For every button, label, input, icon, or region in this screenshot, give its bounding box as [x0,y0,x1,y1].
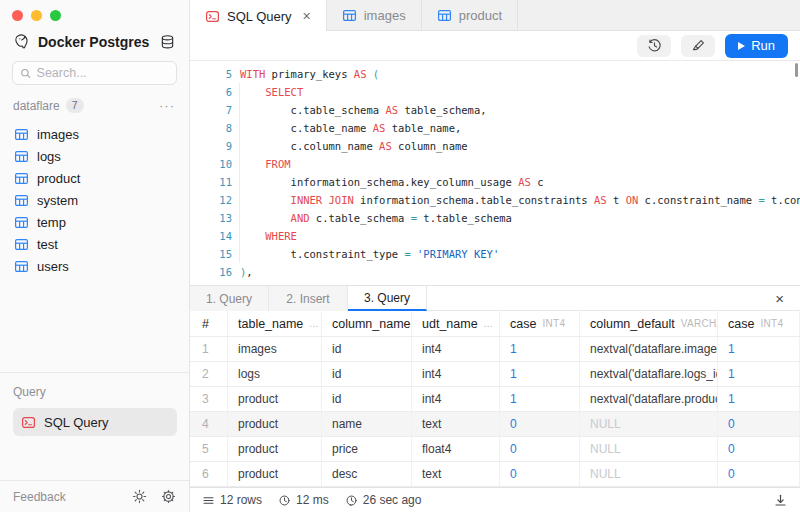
table-row[interactable]: 1imagesidint41nextval('dataflare.images_… [190,337,800,362]
database-icon[interactable] [160,34,175,50]
editor-scrollbar-thumb[interactable] [795,63,798,77]
table-cell: logs [228,362,322,386]
search-field[interactable] [12,61,177,85]
status-bar: 12 rows 12 ms 26 sec ago [190,487,800,512]
code-line: 8 c.table_name AS table_name, [190,119,800,137]
sidebar-item-system[interactable]: system [8,189,181,211]
history-button[interactable] [637,35,671,57]
export-button[interactable] [773,493,788,508]
sidebar-item-sql-query[interactable]: SQL Query [13,408,177,436]
tab-close-icon[interactable]: × [303,9,311,23]
table-cell: 1 [718,387,800,411]
results-tab-3-query[interactable]: 3. Query [348,286,427,311]
format-button[interactable] [681,35,715,57]
sidebar-item-logs[interactable]: logs [8,145,181,167]
tab-strip: SQL Query × images product [190,0,800,31]
code-text: WITH primary_keys AS ( [240,65,379,83]
terminal-icon [205,9,220,24]
sql-editor[interactable]: 5WITH primary_keys AS (6 SELECT7 c.table… [190,61,800,285]
run-button[interactable]: Run [725,34,788,58]
line-number: 5 [190,65,232,83]
tab-sql-query[interactable]: SQL Query × [190,0,327,32]
app-window: Docker Postgres dataflare 7 ··· [0,0,800,512]
results-tab-2-insert[interactable]: 2. Insert [269,286,348,311]
column-header-column-name[interactable]: column_name... [322,311,412,336]
sidebar-item-product[interactable]: product [8,167,181,189]
window-control-zoom[interactable] [50,10,61,21]
table-cell: images [228,337,322,361]
schema-more-icon[interactable]: ··· [159,98,175,113]
sidebar-item-temp[interactable]: temp [8,211,181,233]
column-header-case[interactable]: caseINT4 [718,311,800,336]
main-panel: SQL Query × images product [190,0,800,512]
table-icon [14,259,29,274]
row-index: 1 [190,337,228,361]
row-index: 4 [190,412,228,436]
table-cell: 0 [500,412,580,436]
line-number: 16 [190,263,232,281]
table-cell: text [412,412,500,436]
download-icon [773,493,788,508]
code-text: c.table_schema AS table_schema, [240,101,487,119]
schema-header: dataflare 7 ··· [0,85,189,119]
connection-header[interactable]: Docker Postgres [0,27,189,56]
column-header-table-name[interactable]: table_name... [228,311,322,336]
column-header-column-default[interactable]: column_defaultVARCHAR [580,311,718,336]
theme-sun-icon[interactable] [132,489,147,504]
results-tab-1-query[interactable]: 1. Query [190,286,269,311]
table-cell: 0 [500,437,580,461]
query-item-label: SQL Query [44,415,109,430]
column-header-udt-name[interactable]: udt_name... [412,311,500,336]
window-control-close[interactable] [12,10,23,21]
column-header-case[interactable]: caseINT4 [500,311,580,336]
row-index: 3 [190,387,228,411]
clock-icon [278,494,291,507]
code-line: 9 c.column_name AS column_name [190,137,800,155]
tab-images[interactable]: images [327,0,422,31]
table-cell: product [228,437,322,461]
row-index: 2 [190,362,228,386]
sidebar-item-images[interactable]: images [8,123,181,145]
code-text: c.table_name AS table_name, [240,119,461,137]
code-text: c.column_name AS column_name [240,137,468,155]
table-row[interactable]: 3productidint41nextval('dataflare.produc… [190,387,800,412]
table-row[interactable]: 6productdesctext0NULL0 [190,462,800,487]
code-line: 13 AND c.table_schema = t.table_schema [190,209,800,227]
code-line: 16), [190,263,800,281]
table-row[interactable]: 5productpricefloat40NULL0 [190,437,800,462]
code-text: FROM [240,155,291,173]
code-text: t.constraint_type = 'PRIMARY KEY' [240,245,499,263]
window-control-minimize[interactable] [31,10,42,21]
settings-gear-icon[interactable] [161,489,176,504]
table-row[interactable]: 4productnametext0NULL0 [190,412,800,437]
postgres-logo-icon [13,33,30,50]
duration-status: 12 ms [278,493,329,507]
code-line: 10 FROM [190,155,800,173]
sidebar-item-label: temp [37,215,66,230]
table-row[interactable]: 2logsidint41nextval('dataflare.logs_id_s… [190,362,800,387]
table-cell: 0 [718,437,800,461]
table-cell: price [322,437,412,461]
table-list: images logs product system [0,119,189,277]
table-icon [14,149,29,164]
code-line: 6 SELECT [190,83,800,101]
line-number: 12 [190,191,232,209]
connection-title: Docker Postgres [38,34,152,50]
tab-product[interactable]: product [422,0,518,31]
results-tab-strip: 1. Query2. Insert3. Query× [190,285,800,311]
feedback-link[interactable]: Feedback [13,490,118,504]
results-close-icon[interactable]: × [775,291,800,306]
search-input[interactable] [37,66,169,80]
last-run-status: 26 sec ago [345,493,422,507]
query-section: Query SQL Query [0,372,189,480]
sidebar-item-test[interactable]: test [8,233,181,255]
column-name: column_name [332,317,411,331]
column-name: # [202,317,209,331]
column-type: VARCHAR [681,318,718,329]
code-line: 11 information_schema.key_column_usage A… [190,173,800,191]
sidebar-item-users[interactable]: users [8,255,181,277]
column-header-index[interactable]: # [190,311,228,336]
table-cell: name [322,412,412,436]
tab-label: SQL Query [227,9,292,24]
clock-history-icon [345,494,358,507]
